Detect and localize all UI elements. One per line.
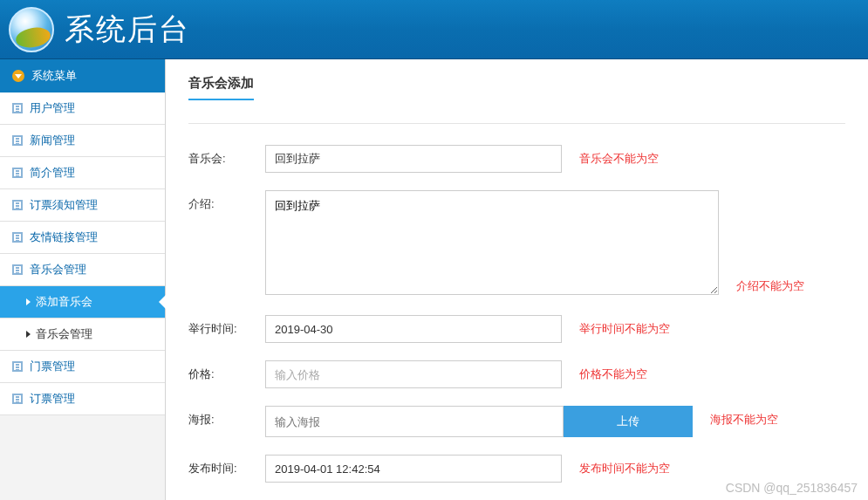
- logo-icon: [9, 7, 54, 52]
- intro-error: 介绍不能为空: [736, 278, 804, 298]
- poster-input[interactable]: [265, 406, 564, 437]
- sidebar-item-tickets[interactable]: 门票管理: [0, 351, 165, 383]
- sidebar-subitem-add-concert[interactable]: 添加音乐会: [0, 286, 165, 318]
- sidebar-item-links[interactable]: 友情链接管理: [0, 222, 165, 254]
- arrow-right-icon: [26, 298, 31, 305]
- publish-input[interactable]: [265, 455, 562, 483]
- sidebar-item-bookings[interactable]: 订票管理: [0, 383, 165, 415]
- list-icon: [12, 264, 23, 275]
- menu-title: 系统菜单: [31, 68, 77, 84]
- menu-header[interactable]: 系统菜单: [0, 59, 165, 92]
- concert-label: 音乐会:: [188, 145, 265, 167]
- concert-input[interactable]: [265, 145, 562, 173]
- time-label: 举行时间:: [188, 315, 265, 337]
- concert-error: 音乐会不能为空: [579, 145, 659, 167]
- list-icon: [12, 394, 23, 404]
- sidebar-item-ticket-notice[interactable]: 订票须知管理: [0, 189, 165, 222]
- list-icon: [12, 168, 23, 178]
- publish-label: 发布时间:: [188, 455, 265, 476]
- price-input[interactable]: [265, 360, 562, 388]
- arrow-right-icon: [26, 331, 31, 338]
- publish-error: 发布时间不能为空: [579, 455, 670, 476]
- main-content: 音乐会添加 音乐会: 音乐会不能为空 介绍: 介绍不能为空 举行时间: 举行时间…: [166, 59, 868, 500]
- upload-button[interactable]: 上传: [564, 406, 693, 437]
- price-error: 价格不能为空: [579, 360, 647, 382]
- list-icon: [12, 135, 23, 146]
- sidebar-item-intro[interactable]: 简介管理: [0, 157, 165, 189]
- poster-label: 海报:: [188, 406, 265, 428]
- app-title: 系统后台: [65, 10, 190, 50]
- sidebar-subitem-manage-concert[interactable]: 音乐会管理: [0, 318, 165, 351]
- time-input[interactable]: [265, 315, 562, 343]
- sidebar-item-news[interactable]: 新闻管理: [0, 125, 165, 157]
- time-error: 举行时间不能为空: [579, 315, 670, 337]
- list-icon: [12, 103, 23, 113]
- app-header: 系统后台: [0, 0, 868, 59]
- price-label: 价格:: [188, 360, 265, 382]
- page-title: 音乐会添加: [188, 75, 254, 100]
- sidebar-item-users[interactable]: 用户管理: [0, 92, 165, 125]
- sidebar: 系统菜单 用户管理 新闻管理 简介管理 订票须知管理 友情链接管理 音乐会管理 …: [0, 59, 166, 500]
- intro-label: 介绍:: [188, 190, 265, 212]
- list-icon: [12, 361, 23, 372]
- poster-error: 海报不能为空: [710, 406, 778, 428]
- list-icon: [12, 200, 23, 210]
- sidebar-item-concert[interactable]: 音乐会管理: [0, 254, 165, 286]
- list-icon: [12, 232, 23, 243]
- chevron-down-icon: [12, 70, 24, 82]
- intro-textarea[interactable]: [265, 190, 719, 295]
